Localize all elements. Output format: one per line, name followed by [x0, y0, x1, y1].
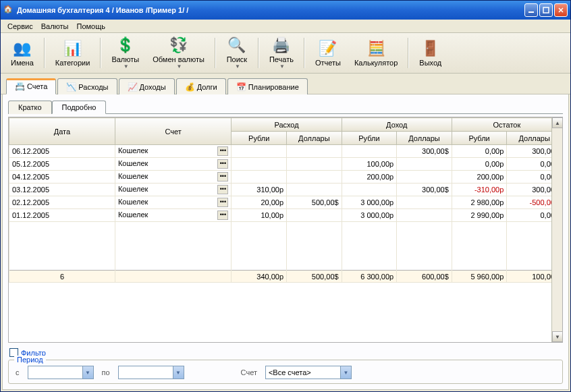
- menu-currencies[interactable]: Валюты: [37, 21, 73, 32]
- ellipsis-button[interactable]: •••: [217, 211, 228, 220]
- col-inc-usd[interactable]: Доллары: [397, 132, 452, 145]
- from-label: с: [16, 368, 20, 376]
- tb-categories[interactable]: 📊Категории: [49, 36, 97, 70]
- ellipsis-button[interactable]: •••: [217, 185, 228, 194]
- account-combo[interactable]: ▼: [265, 366, 352, 379]
- subtab-brief[interactable]: Кратко: [8, 101, 52, 114]
- tab-accounts[interactable]: 📇Счета: [6, 78, 56, 94]
- separator: [215, 38, 216, 68]
- svg-rect-1: [543, 7, 549, 13]
- ellipsis-button[interactable]: •••: [217, 198, 228, 207]
- chevron-down-icon: ▼: [177, 63, 182, 69]
- date-from-input[interactable]: [28, 366, 82, 379]
- menu-service[interactable]: Сервис: [3, 21, 37, 32]
- categories-icon: 📊: [64, 40, 82, 57]
- chevron-down-icon: ▼: [235, 63, 240, 69]
- date-from-combo[interactable]: ▼: [28, 366, 94, 379]
- table-row[interactable]: 03.12.2005Кошелек•••310,00р300,00$-310,0…: [9, 184, 562, 196]
- chevron-down-icon: ▼: [279, 63, 285, 69]
- separator: [100, 38, 101, 68]
- exchange-icon: 💱: [170, 36, 188, 54]
- vertical-scrollbar[interactable]: ▲ ▼: [551, 117, 562, 342]
- subtabs: Кратко Подробно: [8, 100, 563, 114]
- col-bal-rub[interactable]: Рубли: [452, 132, 507, 145]
- tb-search[interactable]: 🔍Поиск▼: [220, 33, 254, 73]
- tb-names[interactable]: 👥Имена: [5, 36, 40, 70]
- people-icon: 👥: [13, 40, 31, 57]
- scroll-down-button[interactable]: ▼: [552, 331, 563, 342]
- to-label: по: [102, 368, 110, 376]
- tb-reports[interactable]: 📝Отчеты: [309, 36, 347, 70]
- menubar: Сервис Валюты Помощь: [1, 20, 570, 33]
- report-icon: 📝: [319, 40, 337, 57]
- data-grid: Дата Счет Расход Доход Остаток Рубли Дол…: [8, 117, 563, 343]
- account-label: Счет: [241, 368, 257, 376]
- table-row[interactable]: 01.12.2005Кошелек•••10,00р3 000,00р2 990…: [9, 209, 562, 222]
- app-icon: 🏠: [3, 5, 14, 16]
- filter-panel: Фильтр Период с ▼ по ▼ Счет ▼: [8, 347, 563, 384]
- tb-exit[interactable]: 🚪Выход: [413, 36, 447, 70]
- tb-calc[interactable]: 🧮Калькулятор: [348, 36, 404, 70]
- table-row[interactable]: 06.12.2005Кошелек•••300,00$0,00р300,00$: [9, 145, 562, 158]
- tab-planning[interactable]: 📅Планирование: [227, 78, 308, 94]
- colgroup-expense[interactable]: Расход: [232, 118, 342, 132]
- expenses-icon: 📉: [66, 82, 76, 92]
- col-account[interactable]: Счет: [115, 118, 232, 145]
- col-date[interactable]: Дата: [9, 118, 115, 145]
- menu-help[interactable]: Помощь: [73, 21, 110, 32]
- ellipsis-button[interactable]: •••: [217, 159, 228, 169]
- period-legend: Период: [14, 356, 46, 364]
- titlebar: 🏠 Домашняя бухгалтерия 4 / Иванов /Приме…: [1, 1, 570, 20]
- table-row[interactable]: 05.12.2005Кошелек•••100,00р0,00р0,00$: [9, 158, 562, 171]
- debts-icon: 💰: [185, 82, 194, 92]
- tab-debts[interactable]: 💰Долги: [176, 78, 226, 94]
- table-row[interactable]: 02.12.2005Кошелек•••20,00р500,00$3 000,0…: [9, 196, 562, 209]
- window-title: Домашняя бухгалтерия 4 / Иванов /Пример …: [17, 6, 524, 14]
- tab-income[interactable]: 📈Доходы: [119, 78, 175, 94]
- svg-rect-0: [528, 11, 534, 13]
- col-exp-rub[interactable]: Рубли: [232, 132, 287, 145]
- close-button[interactable]: [554, 3, 568, 17]
- app-window: 🏠 Домашняя бухгалтерия 4 / Иванов /Приме…: [0, 0, 571, 392]
- tb-currencies[interactable]: 💲Валюты▼: [105, 33, 145, 73]
- main-tabs: 📇Счета 📉Расходы 📈Доходы 💰Долги 📅Планиров…: [1, 74, 570, 94]
- ellipsis-button[interactable]: •••: [217, 146, 228, 156]
- search-icon: 🔍: [228, 36, 246, 54]
- printer-icon: 🖨️: [273, 36, 290, 54]
- content-area: Кратко Подробно Дата Счет Расход Доход О…: [2, 94, 569, 390]
- separator: [44, 38, 45, 68]
- scroll-up-button[interactable]: ▲: [552, 117, 563, 128]
- table-row[interactable]: 04.12.2005Кошелек•••200,00р200,00р0,00$: [9, 171, 562, 184]
- colgroup-balance[interactable]: Остаток: [452, 118, 562, 132]
- dollar-icon: 💲: [117, 36, 134, 54]
- separator: [304, 38, 305, 68]
- subtab-detail[interactable]: Подробно: [52, 101, 107, 114]
- filter-checkbox-row: Фильтр: [8, 347, 563, 358]
- col-inc-rub[interactable]: Рубли: [342, 132, 397, 145]
- tab-expenses[interactable]: 📉Расходы: [57, 78, 117, 94]
- chevron-down-icon: ▼: [124, 63, 129, 69]
- tb-print[interactable]: 🖨️Печать▼: [263, 33, 300, 73]
- toolbar: 👥Имена 📊Категории 💲Валюты▼ 💱Обмен валюты…: [1, 33, 570, 74]
- period-group: Период с ▼ по ▼ Счет ▼: [8, 360, 563, 384]
- separator: [408, 38, 409, 68]
- date-to-combo[interactable]: ▼: [118, 366, 184, 379]
- accounts-icon: 📇: [15, 82, 24, 91]
- total-row: 6340,00р500,00$6 300,00р600,00$5 960,00р…: [9, 271, 562, 283]
- dropdown-button[interactable]: ▼: [82, 366, 93, 379]
- income-icon: 📈: [128, 82, 137, 92]
- ellipsis-button[interactable]: •••: [217, 172, 228, 181]
- account-input[interactable]: [266, 366, 340, 379]
- separator: [258, 38, 259, 68]
- dropdown-button[interactable]: ▼: [173, 366, 184, 379]
- maximize-button[interactable]: [539, 3, 553, 17]
- calculator-icon: 🧮: [367, 40, 385, 57]
- minimize-button[interactable]: [524, 3, 538, 17]
- col-exp-usd[interactable]: Доллары: [287, 132, 342, 145]
- planning-icon: 📅: [236, 82, 246, 92]
- colgroup-income[interactable]: Доход: [342, 118, 452, 132]
- dropdown-button[interactable]: ▼: [340, 366, 351, 379]
- date-to-input[interactable]: [119, 366, 173, 379]
- tb-exchange[interactable]: 💱Обмен валюты▼: [146, 33, 211, 73]
- exit-icon: 🚪: [422, 40, 439, 57]
